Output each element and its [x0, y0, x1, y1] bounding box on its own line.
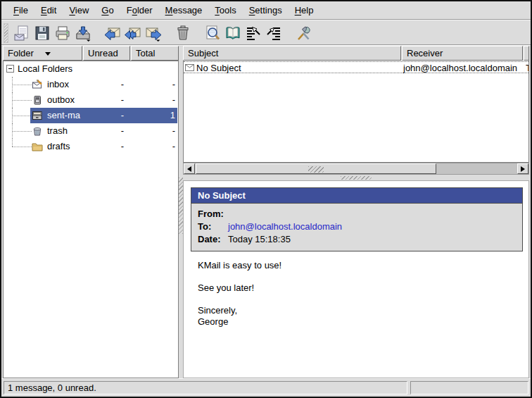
subject-column-header[interactable]: Subject: [183, 46, 401, 61]
menu-go[interactable]: Go: [95, 1, 120, 19]
tree-line: [12, 139, 13, 147]
configure-icon: [295, 25, 312, 42]
status-right-panel: [410, 381, 528, 394]
folder-row-drafts[interactable]: drafts--: [4, 139, 178, 154]
receiver-column-header[interactable]: Receiver: [402, 46, 523, 61]
body-line: [198, 294, 521, 305]
tree-line: [12, 147, 32, 147]
menu-tools[interactable]: Tools: [208, 1, 242, 19]
drafts-folder-icon: [32, 141, 43, 152]
tree-collapse-icon[interactable]: [6, 65, 14, 73]
folder-label: outbox: [47, 94, 75, 105]
tree-line: [12, 131, 32, 132]
kmail-window: FileEditViewGoFolderMessageToolsSettings…: [0, 0, 532, 398]
scroll-right-button[interactable]: [517, 163, 528, 174]
folder-row-sent-ma[interactable]: sent-ma-1: [4, 108, 178, 123]
body-line: George: [198, 316, 521, 328]
sort-descending-icon: [45, 52, 51, 56]
menu-settings[interactable]: Settings: [243, 1, 289, 19]
toolbar: [1, 21, 531, 45]
new-message-button[interactable]: [11, 23, 32, 43]
message-row[interactable]: No Subject john@localhost.localdomain To…: [184, 61, 528, 73]
reply-all-button[interactable]: [122, 23, 143, 43]
address-book-button[interactable]: [222, 23, 243, 43]
unread-count: -: [82, 125, 124, 136]
message-list: No Subject john@localhost.localdomain To…: [183, 61, 529, 163]
trash-folder-icon: [32, 125, 43, 137]
thumb-grip: [308, 166, 324, 173]
subject-column-label: Subject: [188, 48, 218, 58]
date--field: Date:Today 15:18:35: [198, 233, 522, 246]
menu-file[interactable]: File: [7, 1, 34, 19]
message-receiver-cell: john@localhost.localdomain: [403, 63, 523, 73]
right-arrow-icon: [521, 166, 525, 172]
outbox-folder-icon: [32, 94, 43, 106]
unread-column-label: Unread: [88, 48, 118, 58]
find-button[interactable]: [202, 23, 222, 43]
configure-button[interactable]: [293, 23, 313, 43]
delete-button[interactable]: [172, 23, 193, 43]
total-count: -: [129, 94, 175, 105]
tree-line: [12, 85, 32, 85]
folder-tree: Local Foldersinbox--outbox--sent-ma-1tra…: [3, 61, 179, 378]
total-count: -: [129, 141, 175, 151]
horizontal-splitter[interactable]: [183, 175, 529, 180]
splitter-grip: [341, 176, 372, 180]
menu-edit[interactable]: Edit: [34, 1, 63, 19]
print-button[interactable]: [52, 23, 72, 43]
preview-header-fields: From:To:john@localhost.localdomainDate:T…: [191, 204, 522, 251]
previous-unread-icon: [245, 25, 262, 42]
save-icon: [34, 25, 51, 42]
menubar: FileEditViewGoFolderMessageToolsSettings…: [1, 1, 531, 20]
status-message: 1 message, 0 unread.: [4, 381, 407, 394]
scrollbar-thumb[interactable]: [196, 163, 436, 174]
unread-column-header[interactable]: Unread: [83, 46, 130, 61]
tree-line: [12, 100, 32, 101]
reply-button[interactable]: [102, 23, 122, 43]
from--field: From:: [198, 208, 522, 220]
message-list-hscrollbar: [183, 163, 529, 175]
unread-count: -: [82, 110, 124, 120]
folder-row-outbox[interactable]: outbox--: [4, 92, 178, 108]
sent-ma-folder-icon: [32, 110, 43, 121]
forward-icon: [145, 25, 162, 42]
receiver-column-label: Receiver: [407, 48, 443, 58]
check-mail-icon: [75, 25, 91, 42]
statusbar: 1 message, 0 unread.: [1, 378, 531, 397]
folder-row-inbox[interactable]: inbox--: [4, 77, 178, 92]
preview-subject-title: No Subject: [191, 188, 522, 204]
save-button[interactable]: [32, 23, 52, 43]
total-column-header[interactable]: Total: [131, 46, 179, 61]
to--field: To:john@localhost.localdomain: [198, 220, 522, 233]
folder-row-trash[interactable]: trash--: [4, 123, 178, 139]
unread-count: -: [82, 141, 124, 151]
forward-button[interactable]: [143, 23, 163, 43]
total-column-label: Total: [136, 48, 155, 58]
folder-row-local-folders[interactable]: Local Folders: [4, 61, 178, 77]
menu-view[interactable]: View: [63, 1, 95, 19]
date--value: Today 15:18:35: [228, 233, 291, 246]
folder-label: Local Folders: [18, 63, 72, 74]
body-line: Sincerely,: [198, 305, 521, 316]
previous-unread-button[interactable]: [243, 23, 263, 43]
date-column-header[interactable]: Date: [524, 46, 529, 61]
total-count: 1: [129, 110, 175, 120]
folder-label: sent-ma: [47, 110, 80, 120]
folder-label: drafts: [47, 141, 70, 151]
message-headers-box: No Subject From:To:john@localhost.locald…: [191, 187, 523, 251]
menu-folder[interactable]: Folder: [120, 1, 159, 19]
new-message-icon: [13, 25, 30, 42]
scroll-left-button[interactable]: [184, 163, 195, 174]
message-envelope-icon: [185, 63, 195, 72]
check-mail-button[interactable]: [72, 23, 93, 43]
next-unread-icon: [265, 25, 282, 42]
next-unread-button[interactable]: [263, 23, 284, 43]
to--value-link[interactable]: john@localhost.localdomain: [228, 220, 342, 233]
from--label: From:: [198, 208, 228, 220]
toolbar-drag-handle[interactable]: [4, 23, 8, 43]
menu-help[interactable]: Help: [289, 1, 320, 19]
menu-message[interactable]: Message: [159, 1, 209, 19]
folder-column-header[interactable]: Folder: [3, 46, 82, 61]
message-pane: Subject Receiver Date No Subject john@lo…: [183, 46, 529, 378]
reply-icon: [104, 25, 121, 42]
